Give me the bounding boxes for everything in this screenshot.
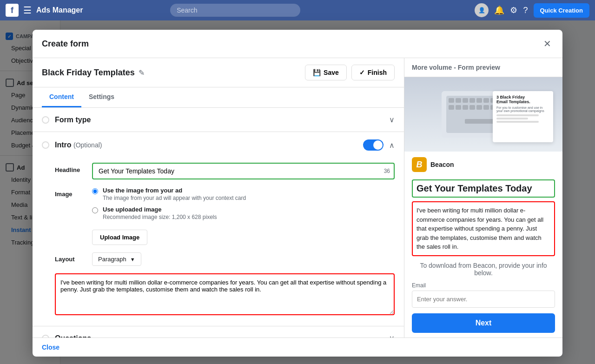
questions-header[interactable]: Questions ∨ bbox=[33, 326, 404, 338]
headline-input-wrapper: 36 bbox=[92, 163, 395, 179]
modal-title: Create form bbox=[42, 39, 89, 49]
headline-row: Headline 36 bbox=[55, 163, 395, 179]
use-ad-image-radio[interactable] bbox=[92, 188, 98, 194]
intro-title: Intro (Optional) bbox=[55, 141, 363, 149]
right-panel: More volume - Form preview bbox=[404, 58, 562, 338]
preview-doc-sub: For you to customise and use in your own… bbox=[496, 106, 549, 113]
use-ad-image-label: Use the image from your ad bbox=[103, 187, 246, 194]
left-panel: Black Friday Templates ✎ 💾 Save ✓ Finish bbox=[33, 58, 404, 338]
preview-image-area: 3 Black FridayEmail Templates. For you t… bbox=[404, 77, 562, 152]
tab-content[interactable]: Content bbox=[42, 87, 81, 107]
use-uploaded-image-option: Use uploaded image Recommended image siz… bbox=[92, 206, 395, 220]
svg-rect-17 bbox=[483, 105, 489, 110]
form-type-chevron-icon: ∨ bbox=[389, 115, 395, 124]
preview-doc-line-1 bbox=[496, 114, 539, 116]
form-actions: 💾 Save ✓ Finish bbox=[305, 65, 395, 80]
content-area: Form type ∨ Intro (Optional) bbox=[33, 108, 404, 338]
svg-rect-15 bbox=[469, 105, 475, 110]
layout-row: Layout Paragraph ▼ bbox=[55, 252, 395, 266]
svg-rect-16 bbox=[476, 105, 482, 110]
intro-section-header: Intro (Optional) ∧ bbox=[33, 132, 404, 158]
preview-headline: Get Your Templates Today bbox=[412, 179, 555, 198]
tab-settings[interactable]: Settings bbox=[81, 87, 122, 107]
upload-image-button[interactable]: Upload Image bbox=[92, 230, 147, 245]
layout-dropdown-arrow: ▼ bbox=[130, 257, 135, 262]
svg-rect-13 bbox=[456, 105, 461, 110]
layout-value: Paragraph bbox=[98, 256, 126, 263]
image-control: Use the image from your ad The image fro… bbox=[92, 187, 395, 245]
headline-control: 36 bbox=[92, 163, 395, 179]
layout-dropdown[interactable]: Paragraph ▼ bbox=[92, 252, 141, 266]
intro-toggle-area: ∧ bbox=[363, 139, 395, 151]
use-uploaded-label: Use uploaded image bbox=[103, 206, 217, 213]
save-icon: 💾 bbox=[313, 69, 321, 76]
modal-close-button[interactable]: ✕ bbox=[542, 36, 553, 51]
svg-rect-14 bbox=[463, 105, 468, 110]
edit-icon[interactable]: ✎ bbox=[139, 68, 145, 77]
search-input[interactable] bbox=[170, 4, 300, 17]
intro-optional-label: (Optional) bbox=[73, 141, 102, 149]
keyboard-background: 3 Black FridayEmail Templates. For you t… bbox=[404, 77, 562, 152]
facebook-logo: f bbox=[6, 4, 19, 17]
svg-rect-6 bbox=[476, 98, 482, 103]
form-title-left: Black Friday Templates ✎ bbox=[42, 68, 145, 78]
tab-bar: Content Settings bbox=[33, 87, 404, 108]
page-background: ✓ Campaign Special ad ca... Objective Ad… bbox=[0, 20, 595, 364]
use-ad-image-option: Use the image from your ad The image fro… bbox=[92, 187, 395, 201]
section-form-type: Form type ∨ bbox=[33, 108, 404, 132]
image-row: Image Use the image from your ad The ima… bbox=[55, 187, 395, 245]
quick-creation-button[interactable]: Quick Creation bbox=[534, 3, 589, 18]
section-questions: Questions ∨ bbox=[33, 326, 404, 338]
preview-email-label: Email bbox=[412, 282, 555, 289]
preview-doc-line-3 bbox=[496, 121, 539, 123]
svg-rect-4 bbox=[463, 98, 468, 103]
svg-rect-3 bbox=[456, 98, 461, 103]
intro-radio[interactable] bbox=[42, 141, 49, 149]
avatar[interactable]: 👤 bbox=[475, 3, 489, 17]
svg-rect-2 bbox=[449, 98, 454, 103]
notification-icon[interactable]: 🔔 bbox=[494, 5, 504, 15]
preview-doc-overlay: 3 Black FridayEmail Templates. For you t… bbox=[493, 91, 553, 142]
body-textarea[interactable]: I've been writing for multi million doll… bbox=[55, 273, 395, 315]
preview-card: B Beacon Get Your Templates Today I've b… bbox=[404, 152, 562, 338]
preview-body-text: I've been writing for multi million doll… bbox=[412, 201, 555, 256]
modal-body: Black Friday Templates ✎ 💾 Save ✓ Finish bbox=[33, 58, 562, 338]
preview-next-button[interactable]: Next bbox=[412, 313, 555, 333]
intro-toggle[interactable] bbox=[363, 139, 383, 151]
preview-brand: B Beacon bbox=[412, 152, 555, 176]
top-navigation: f ☰ Ads Manager 👤 🔔 ⚙ ? Quick Creation bbox=[0, 0, 595, 20]
form-name: Black Friday Templates bbox=[42, 68, 135, 78]
modal-header: Create form ✕ bbox=[33, 30, 562, 58]
create-form-modal: Create form ✕ Black Friday Templates ✎ bbox=[33, 30, 562, 357]
intro-section-body: Headline 36 bbox=[33, 158, 404, 326]
form-title-bar: Black Friday Templates ✎ 💾 Save ✓ Finish bbox=[33, 58, 404, 87]
toggle-knob bbox=[373, 140, 383, 150]
section-form-type-header[interactable]: Form type ∨ bbox=[33, 108, 404, 132]
section-intro: Intro (Optional) ∧ bbox=[33, 132, 404, 326]
save-button[interactable]: 💾 Save bbox=[305, 65, 347, 80]
use-uploaded-sub: Recommended image size: 1,200 x 628 pixe… bbox=[103, 214, 217, 220]
questions-title: Questions bbox=[55, 334, 389, 338]
finish-icon: ✓ bbox=[359, 69, 365, 76]
nav-right: 👤 🔔 ⚙ ? Quick Creation bbox=[475, 3, 589, 18]
settings-icon[interactable]: ⚙ bbox=[510, 5, 517, 15]
preview-email-input[interactable] bbox=[412, 291, 555, 308]
svg-rect-5 bbox=[469, 98, 475, 103]
brand-logo: B bbox=[412, 157, 427, 172]
preview-phone: 3 Black FridayEmail Templates. For you t… bbox=[404, 77, 562, 338]
svg-rect-12 bbox=[449, 105, 454, 110]
finish-button[interactable]: ✓ Finish bbox=[351, 65, 395, 80]
form-type-radio[interactable] bbox=[42, 116, 49, 124]
close-modal-button[interactable]: Close bbox=[42, 344, 60, 351]
headline-input[interactable] bbox=[92, 163, 395, 179]
layout-label: Layout bbox=[55, 256, 92, 263]
use-uploaded-radio[interactable] bbox=[92, 207, 98, 213]
form-type-title: Form type bbox=[55, 116, 389, 124]
help-icon[interactable]: ? bbox=[523, 6, 528, 15]
menu-icon[interactable]: ☰ bbox=[23, 5, 32, 16]
modal-backdrop: Create form ✕ Black Friday Templates ✎ bbox=[0, 20, 595, 364]
preview-doc-title: 3 Black FridayEmail Templates. bbox=[496, 95, 549, 104]
questions-chevron-icon: ∨ bbox=[389, 334, 395, 338]
preview-doc-line-2 bbox=[496, 118, 528, 119]
intro-chevron-icon[interactable]: ∧ bbox=[389, 141, 395, 150]
